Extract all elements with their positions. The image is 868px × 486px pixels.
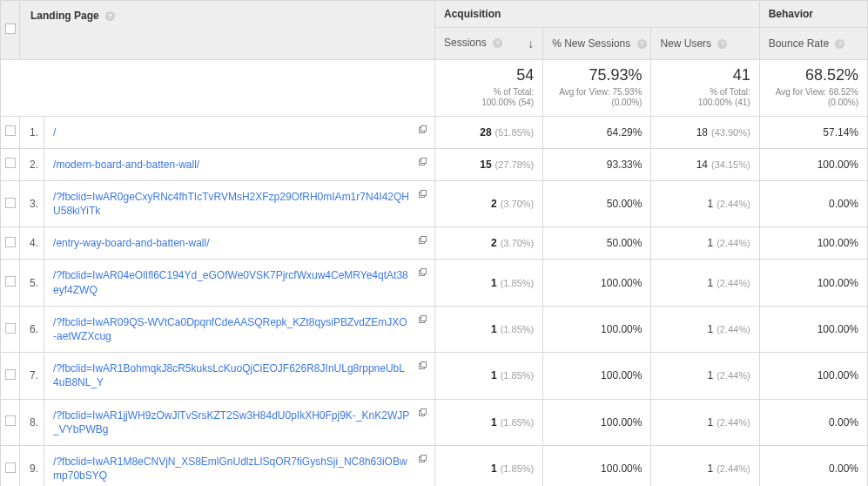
cell-bounce-rate: 0.00%	[759, 445, 867, 486]
column-sessions[interactable]: Sessions ? ↓	[434, 28, 542, 60]
summary-bounce-rate: 68.52% Avg for View: 68.52% (0.00%)	[759, 60, 867, 117]
row-index: 3.	[20, 180, 44, 226]
cell-sessions: 1(1.85%)	[434, 399, 542, 445]
cell-new-users: 1(2.44%)	[651, 306, 759, 352]
table-row: 1. / 28(51.85%) 64.29% 18(43.90%) 57.14%	[1, 116, 868, 148]
svg-rect-25	[421, 455, 426, 460]
landing-page-link[interactable]: /	[53, 126, 56, 138]
row-checkbox[interactable]	[1, 116, 20, 148]
help-icon[interactable]: ?	[717, 39, 727, 49]
cell-bounce-rate: 57.14%	[759, 116, 867, 148]
column-new-users[interactable]: New Users ?	[651, 28, 759, 60]
open-in-new-icon[interactable]	[417, 236, 427, 246]
cell-pct-new-sessions: 50.00%	[543, 180, 651, 226]
table-row: 9. /?fbclid=IwAR1M8eCNVjN_XS8EmlGnUdlzLI…	[1, 445, 868, 486]
help-icon[interactable]: ?	[637, 39, 647, 49]
row-checkbox[interactable]	[1, 353, 20, 399]
help-icon[interactable]: ?	[835, 39, 844, 49]
row-checkbox[interactable]	[1, 306, 20, 352]
column-pct-new-sessions[interactable]: % New Sessions ?	[543, 28, 651, 60]
cell-pct-new-sessions: 100.00%	[543, 306, 651, 352]
cell-sessions: 2(3.70%)	[434, 180, 542, 226]
landing-page-link[interactable]: /?fbclid=IwAR09QS-WVtCa0DpqnfCdeAASQRepk…	[53, 316, 407, 342]
cell-bounce-rate: 0.00%	[759, 180, 867, 226]
open-in-new-icon[interactable]	[417, 315, 427, 326]
open-in-new-icon[interactable]	[417, 125, 427, 136]
cell-new-users: 18(43.90%)	[651, 116, 759, 148]
row-checkbox[interactable]	[1, 399, 20, 445]
cell-sessions: 15(27.78%)	[434, 148, 542, 180]
landing-page-link[interactable]: /?fbclid=IwAR1M8eCNVjN_XS8EmlGnUdlzLISqO…	[53, 456, 407, 482]
row-index: 7.	[20, 353, 44, 399]
svg-rect-22	[421, 408, 426, 414]
cell-bounce-rate: 100.00%	[759, 353, 867, 399]
cell-new-users: 1(2.44%)	[651, 445, 759, 486]
svg-rect-19	[421, 362, 426, 368]
landing-page-link[interactable]: /?fbclid=IwAR0geCxyRNc4fhTIcTvRVMsH2XFzp…	[53, 191, 409, 217]
cell-sessions: 1(1.85%)	[434, 260, 542, 306]
table-row: 3. /?fbclid=IwAR0geCxyRNc4fhTIcTvRVMsH2X…	[1, 180, 868, 226]
row-checkbox[interactable]	[1, 227, 20, 260]
column-group-acquisition: Acquisition	[434, 1, 759, 28]
cell-new-users: 1(2.44%)	[651, 260, 759, 306]
row-index: 8.	[20, 399, 44, 445]
svg-rect-4	[421, 158, 426, 163]
help-icon[interactable]: ?	[105, 11, 115, 21]
cell-bounce-rate: 100.00%	[759, 148, 867, 180]
row-index: 4.	[20, 227, 44, 260]
row-index: 5.	[20, 260, 44, 306]
open-in-new-icon[interactable]	[417, 268, 427, 279]
cell-pct-new-sessions: 100.00%	[543, 353, 651, 399]
landing-page-link[interactable]: /modern-board-and-batten-wall/	[53, 159, 199, 171]
row-index: 1.	[20, 116, 44, 148]
row-index: 2.	[20, 148, 44, 180]
landing-page-link[interactable]: /?fbclid=IwAR1BohmqkJ8cR5kuksLcKuoQjCiEO…	[53, 362, 405, 388]
cell-sessions: 1(1.85%)	[434, 353, 542, 399]
open-in-new-icon[interactable]	[417, 455, 427, 465]
row-checkbox[interactable]	[1, 260, 20, 306]
select-all-checkbox[interactable]	[1, 1, 20, 60]
open-in-new-icon[interactable]	[417, 190, 427, 200]
cell-new-users: 1(2.44%)	[651, 180, 759, 226]
cell-bounce-rate: 100.00%	[759, 260, 867, 306]
cell-bounce-rate: 0.00%	[759, 399, 867, 445]
open-in-new-icon[interactable]	[417, 408, 427, 419]
landing-page-link[interactable]: /?fbclid=IwAR1jjWH9zOwJlTvSrsKZT2Sw3H84d…	[53, 409, 409, 435]
cell-sessions: 2(3.70%)	[434, 227, 542, 260]
help-icon[interactable]: ?	[493, 38, 502, 48]
row-checkbox[interactable]	[1, 445, 20, 486]
cell-pct-new-sessions: 100.00%	[543, 399, 651, 445]
cell-sessions: 1(1.85%)	[434, 445, 542, 486]
column-group-behavior: Behavior	[759, 1, 867, 28]
summary-new-users: 41 % of Total: 100.00% (41)	[651, 60, 759, 117]
table-row: 8. /?fbclid=IwAR1jjWH9zOwJlTvSrsKZT2Sw3H…	[1, 399, 868, 445]
svg-rect-10	[421, 237, 426, 242]
dimension-column-header[interactable]: Landing Page	[30, 10, 99, 22]
table-row: 6. /?fbclid=IwAR09QS-WVtCa0DpqnfCdeAASQR…	[1, 306, 868, 352]
open-in-new-icon[interactable]	[417, 158, 427, 168]
row-checkbox[interactable]	[1, 180, 20, 226]
cell-new-users: 1(2.44%)	[651, 399, 759, 445]
sort-descending-icon: ↓	[528, 37, 534, 51]
summary-pct-new-sessions: 75.93% Avg for View: 75.93% (0.00%)	[543, 60, 651, 117]
cell-sessions: 1(1.85%)	[434, 306, 542, 352]
svg-rect-16	[421, 315, 426, 321]
landing-page-link[interactable]: /entry-way-board-and-batten-wall/	[53, 237, 209, 249]
row-index: 6.	[20, 306, 44, 352]
svg-rect-1	[421, 125, 426, 131]
column-bounce-rate[interactable]: Bounce Rate ?	[759, 28, 867, 60]
cell-pct-new-sessions: 100.00%	[543, 260, 651, 306]
cell-pct-new-sessions: 100.00%	[543, 445, 651, 486]
svg-rect-13	[421, 269, 426, 274]
landing-page-link[interactable]: /?fbclid=IwAR04eOlIfl6C194Yd_eGOfWe0VSK7…	[53, 269, 408, 295]
cell-new-users: 1(2.44%)	[651, 353, 759, 399]
table-row: 5. /?fbclid=IwAR04eOlIfl6C194Yd_eGOfWe0V…	[1, 260, 868, 306]
landing-pages-table: Landing Page ? Acquisition Behavior Sess…	[0, 0, 868, 486]
open-in-new-icon[interactable]	[417, 361, 427, 372]
cell-pct-new-sessions: 93.33%	[543, 148, 651, 180]
table-row: 2. /modern-board-and-batten-wall/ 15(27.…	[1, 148, 868, 180]
row-index: 9.	[20, 445, 44, 486]
cell-sessions: 28(51.85%)	[434, 116, 542, 148]
row-checkbox[interactable]	[1, 148, 20, 180]
cell-new-users: 1(2.44%)	[651, 227, 759, 260]
